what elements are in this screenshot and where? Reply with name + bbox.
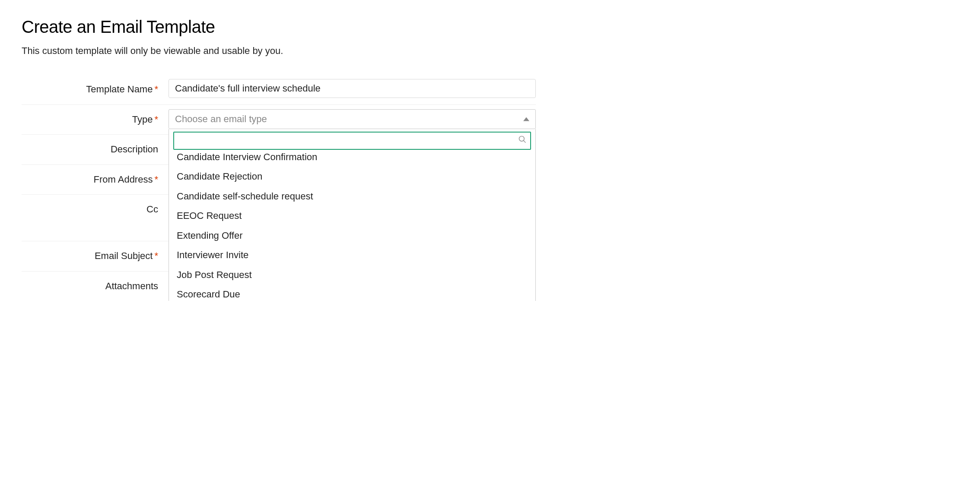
email-template-form: Template Name* Type* Choose an email typ… <box>22 75 536 301</box>
type-dropdown-panel: Candidate Interview Confirmation Candida… <box>169 129 536 301</box>
dropdown-search-wrap <box>173 132 531 150</box>
template-name-input[interactable] <box>169 79 536 98</box>
label-text: Attachments <box>105 281 158 291</box>
type-option[interactable]: Extending Offer <box>173 226 531 246</box>
label-type: Type* <box>22 105 169 135</box>
caret-up-icon <box>523 117 529 121</box>
page-title: Create an Email Template <box>22 17 980 37</box>
required-asterisk: * <box>154 250 158 261</box>
page-subtitle: This custom template will only be viewab… <box>22 45 980 57</box>
label-from-address: From Address* <box>22 165 169 195</box>
type-option[interactable]: Interviewer Invite <box>173 245 531 265</box>
label-text: Description <box>111 144 158 155</box>
label-text: From Address <box>94 174 153 185</box>
type-option[interactable]: Candidate self-schedule request <box>173 186 531 206</box>
label-attachments: Attachments <box>22 272 169 301</box>
type-option[interactable]: Scorecard Due <box>173 284 531 301</box>
label-text: Cc <box>146 204 158 215</box>
svg-point-0 <box>519 136 525 141</box>
dropdown-search-input[interactable] <box>173 132 531 150</box>
label-description: Description <box>22 135 169 164</box>
required-asterisk: * <box>154 114 158 125</box>
type-select-display[interactable]: Choose an email type <box>169 109 536 129</box>
search-icon <box>518 135 527 146</box>
label-cc: Cc <box>22 195 169 241</box>
row-template-name: Template Name* <box>22 75 536 105</box>
dropdown-options-list[interactable]: Candidate Interview Confirmation Candida… <box>171 152 534 301</box>
type-placeholder: Choose an email type <box>175 114 267 125</box>
label-text: Email Subject <box>95 250 153 261</box>
label-template-name: Template Name* <box>22 75 169 104</box>
svg-line-1 <box>524 140 526 142</box>
required-asterisk: * <box>154 84 158 95</box>
type-select[interactable]: Choose an email type Candidate Interview… <box>169 109 536 129</box>
row-type: Type* Choose an email type Candidate <box>22 105 536 135</box>
type-option[interactable]: Job Post Request <box>173 265 531 285</box>
label-email-subject: Email Subject* <box>22 241 169 271</box>
type-option[interactable]: Candidate Rejection <box>173 167 531 186</box>
type-option[interactable]: EEOC Request <box>173 206 531 226</box>
required-asterisk: * <box>154 174 158 185</box>
type-option[interactable]: Candidate Interview Confirmation <box>173 152 531 167</box>
label-text: Template Name <box>86 84 153 95</box>
label-text: Type <box>132 114 153 125</box>
